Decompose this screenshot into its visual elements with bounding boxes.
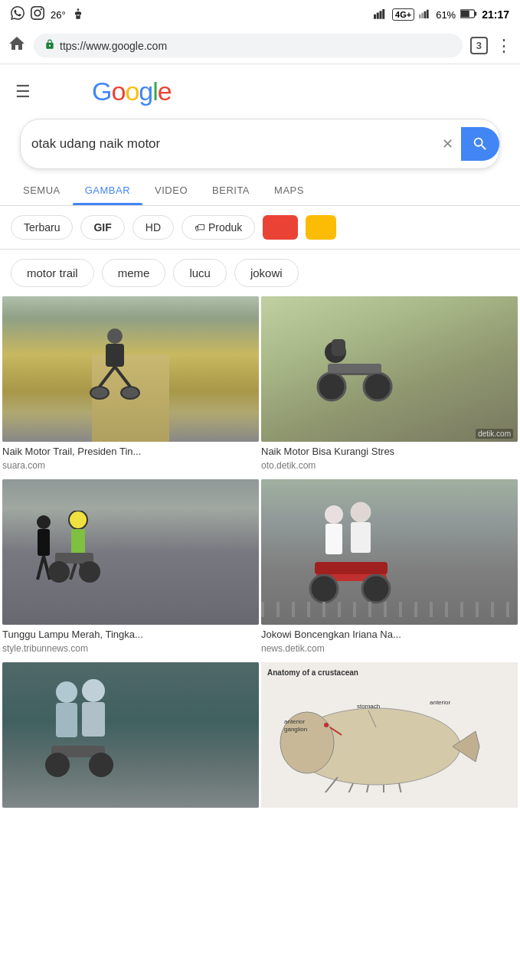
- svg-rect-36: [325, 524, 342, 554]
- image-card-6[interactable]: Anatomy of a crustacean: [261, 662, 518, 819]
- svg-text:anterior: anterior: [284, 718, 305, 725]
- browser-menu-button[interactable]: ⋮: [495, 36, 512, 56]
- image-card-5[interactable]: [2, 662, 259, 819]
- logo-g2: g: [139, 77, 152, 106]
- image-card-2[interactable]: detik.com Naik Motor Bisa Kurangi Stres …: [261, 296, 518, 477]
- clock: 21:17: [482, 8, 509, 21]
- svg-point-57: [324, 723, 329, 727]
- image-title-3: Tunggu Lampu Merah, Tingka...: [2, 629, 259, 642]
- svg-point-49: [89, 753, 113, 777]
- logo-o2: o: [125, 77, 139, 106]
- google-logo: Google: [92, 77, 172, 106]
- image-card-1[interactable]: Naik Motor Trail, Presiden Tin... suara.…: [2, 296, 259, 477]
- svg-point-17: [121, 387, 139, 399]
- filter-hd[interactable]: HD: [132, 215, 174, 240]
- tab-count[interactable]: 3: [470, 37, 488, 54]
- image-source-2: oto.detik.com: [261, 460, 518, 471]
- temperature: 26°: [51, 9, 66, 21]
- image-thumb-4: [261, 479, 518, 625]
- logo-o1: o: [111, 77, 125, 106]
- suggestion-bar: motor trail meme lucu jokowi: [0, 250, 520, 296]
- signal2-icon: [419, 8, 431, 21]
- svg-rect-13: [106, 344, 124, 367]
- filter-terbaru[interactable]: Terbaru: [11, 215, 73, 240]
- svg-rect-3: [380, 11, 382, 19]
- search-query: otak udang naik motor: [31, 136, 434, 152]
- clear-search-button[interactable]: ✕: [442, 136, 453, 152]
- image-thumb-1: [2, 296, 259, 442]
- tab-gambar[interactable]: GAMBAR: [73, 175, 142, 205]
- svg-point-33: [48, 561, 70, 583]
- svg-point-0: [77, 8, 79, 11]
- search-bar-container: otak udang naik motor ✕: [9, 119, 511, 169]
- svg-text:stomach: stomach: [357, 703, 380, 710]
- search-tabs: SEMUA GAMBAR VIDEO BERITA MAPS: [0, 175, 520, 206]
- logo-g: G: [92, 77, 111, 106]
- svg-rect-19: [332, 339, 345, 356]
- search-bar[interactable]: otak udang naik motor ✕: [20, 119, 500, 169]
- svg-rect-29: [71, 529, 85, 556]
- logo-e: e: [158, 77, 172, 106]
- svg-rect-8: [427, 9, 429, 18]
- svg-rect-22: [328, 364, 381, 373]
- status-bar: 26° 4G+ 61% 21:17: [0, 0, 520, 28]
- svg-point-21: [364, 373, 391, 400]
- svg-rect-10: [461, 10, 469, 16]
- suggestion-meme[interactable]: meme: [102, 259, 166, 287]
- signal-icon: [374, 8, 388, 21]
- svg-line-52: [322, 777, 338, 792]
- svg-text:anterior: anterior: [430, 699, 450, 706]
- svg-point-23: [37, 515, 51, 529]
- svg-rect-5: [419, 14, 421, 18]
- tab-video[interactable]: VIDEO: [142, 175, 200, 205]
- filter-produk[interactable]: 🏷 Produk: [182, 215, 255, 240]
- filter-red-color[interactable]: [263, 215, 298, 240]
- tab-maps[interactable]: MAPS: [262, 175, 316, 205]
- search-submit-button[interactable]: [461, 127, 499, 161]
- image-source-4: news.detik.com: [261, 643, 518, 654]
- battery-icon: [460, 9, 477, 21]
- svg-line-53: [345, 783, 353, 792]
- svg-point-34: [79, 561, 100, 583]
- filter-gif[interactable]: GIF: [80, 215, 124, 240]
- network-badge: 4G+: [392, 8, 414, 21]
- whatsapp-icon: [11, 6, 25, 23]
- status-left-icons: 26°: [11, 6, 84, 23]
- filter-orange-color[interactable]: [306, 215, 336, 240]
- svg-line-25: [38, 556, 44, 580]
- suggestion-lucu[interactable]: lucu: [173, 259, 227, 287]
- image-watermark-2: detik.com: [476, 429, 513, 439]
- tab-berita[interactable]: BERITA: [200, 175, 262, 205]
- image-title-1: Naik Motor Trail, Presiden Tin...: [2, 446, 259, 459]
- svg-line-14: [100, 367, 115, 387]
- url-bar[interactable]: ttps://www.google.com: [34, 34, 463, 57]
- svg-point-41: [362, 575, 390, 603]
- svg-rect-24: [38, 529, 50, 556]
- svg-rect-44: [56, 703, 77, 737]
- filter-bar: Terbaru GIF HD 🏷 Produk: [0, 206, 520, 250]
- image-grid: Naik Motor Trail, Presiden Tin... suara.…: [0, 296, 520, 819]
- image-card-4[interactable]: Jokowi Boncengkan Iriana Na... news.deti…: [261, 479, 518, 660]
- svg-point-12: [107, 328, 123, 344]
- suggestion-motor-trail[interactable]: motor trail: [11, 259, 94, 287]
- svg-point-35: [325, 505, 343, 524]
- image-card-3[interactable]: Tunggu Lampu Merah, Tingka... style.trib…: [2, 479, 259, 660]
- image-title-4: Jokowi Boncengkan Iriana Na...: [261, 629, 518, 642]
- home-button[interactable]: [8, 34, 26, 57]
- hamburger-menu[interactable]: ☰: [15, 82, 31, 102]
- instagram-icon: [31, 6, 44, 23]
- svg-point-40: [310, 575, 338, 603]
- svg-point-45: [82, 679, 105, 702]
- svg-rect-39: [351, 522, 371, 553]
- svg-rect-1: [374, 14, 376, 18]
- tab-semua[interactable]: SEMUA: [11, 175, 73, 205]
- svg-point-16: [90, 387, 109, 399]
- svg-point-43: [56, 681, 77, 703]
- accessibility-icon: [72, 8, 84, 22]
- svg-line-26: [44, 556, 50, 580]
- status-right-icons: 4G+ 61% 21:17: [374, 8, 509, 21]
- svg-rect-46: [82, 702, 105, 737]
- suggestion-jokowi[interactable]: jokowi: [234, 259, 299, 287]
- image-thumb-3: [2, 479, 259, 625]
- url-text: ttps://www.google.com: [60, 40, 452, 52]
